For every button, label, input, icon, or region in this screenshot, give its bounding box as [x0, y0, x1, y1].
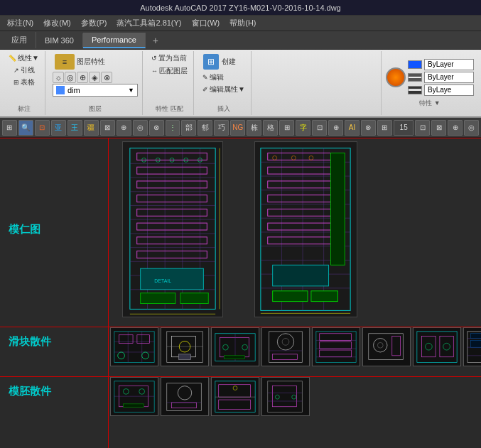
prop-bylayer-2[interactable]: ByLayer: [424, 72, 474, 83]
svg-rect-29: [141, 268, 204, 290]
menu-window[interactable]: 窗口(W): [188, 16, 225, 30]
btn-leader[interactable]: ↗ 引线: [12, 65, 36, 76]
sec-btn-22[interactable]: AI: [345, 120, 360, 136]
sec-btn-3[interactable]: ⊡: [35, 120, 50, 136]
thumb-row-mopei: [110, 377, 310, 416]
layer-dropdown[interactable]: dim ▼: [53, 84, 138, 97]
insert-label: 插入: [217, 103, 230, 114]
sec-btn-12[interactable]: 部: [181, 120, 196, 136]
sec-btn-18[interactable]: ⊞: [279, 120, 294, 136]
sec-btn-27[interactable]: ⊠: [431, 120, 446, 136]
btn-layer-t3[interactable]: ⊕: [77, 72, 88, 83]
layer-props-icon: ≡: [55, 54, 75, 70]
sec-btn-29[interactable]: ◎: [464, 120, 479, 136]
thumb-huakuai-1[interactable]: [110, 327, 158, 366]
sec-btn-19[interactable]: 字: [296, 120, 310, 136]
sec-btn-5[interactable]: 王: [67, 120, 82, 136]
sec-btn-4[interactable]: 亚: [51, 120, 66, 136]
sec-btn-20[interactable]: ⊡: [312, 120, 327, 136]
thumb-mopei-4[interactable]: [261, 377, 310, 416]
create-icon: ⊞: [203, 54, 219, 70]
layer-color: [56, 86, 65, 94]
svg-rect-118: [471, 334, 481, 339]
ribbon-group-match: ↺ 置为当前 ↔ 匹配图层 特性 匹配: [146, 51, 194, 115]
btn-edit[interactable]: ✎ 编辑: [201, 72, 225, 83]
sec-btn-23[interactable]: ⊗: [361, 120, 376, 136]
thumb-huakuai-5[interactable]: [312, 327, 360, 366]
sec-btn-25[interactable]: 15: [394, 120, 414, 136]
svg-rect-31: [141, 293, 175, 304]
title-bar: Autodesk AutoCAD 2017 ZY16-M021-V0-2016-…: [0, 0, 481, 16]
lineweight-swatch: [408, 86, 422, 94]
btn-layer-t4[interactable]: ◈: [89, 72, 100, 83]
btn-layer-t2[interactable]: ◎: [65, 72, 76, 83]
insert-buttons: ⊞ 创建 ✎ 编辑 ✐ 编辑属性▼: [201, 53, 247, 103]
props-label: 特性 ▼: [386, 99, 474, 108]
tab-add-icon[interactable]: +: [148, 33, 163, 48]
sec-btn-11[interactable]: ⋮: [166, 120, 180, 136]
menu-xiugai[interactable]: 修改(M): [39, 16, 75, 30]
sec-btn-2[interactable]: 🔍: [18, 120, 33, 136]
thumb-row-huakuai: [110, 327, 481, 366]
btn-match-layer[interactable]: ↔ 匹配图层: [150, 65, 189, 77]
layer-tools-row: ☼ ◎ ⊕ ◈ ⊗: [53, 72, 112, 83]
sec-btn-24[interactable]: ⊞: [377, 120, 392, 136]
menu-help[interactable]: 帮助(H): [225, 16, 260, 30]
match-row2: ↔ 匹配图层: [150, 65, 189, 77]
sec-btn-26[interactable]: ⊡: [415, 120, 430, 136]
thumb-huakuai-3[interactable]: [211, 327, 259, 366]
bylayer-controls: ByLayer ByLayer: [408, 59, 474, 96]
thumb-huakuai-6[interactable]: [362, 327, 411, 366]
sec-btn-28[interactable]: ⊕: [448, 120, 463, 136]
prop-bylayer-1[interactable]: ByLayer: [424, 59, 474, 70]
sec-btn-16[interactable]: 栋: [247, 120, 261, 136]
menu-bar: 标注(N) 修改(M) 参数(P) 蒸汽工具箱2.81(Y) 窗口(W) 帮助(…: [0, 16, 481, 31]
btn-layer-props[interactable]: ≡ 图层特性: [53, 53, 107, 71]
sec-btn-14[interactable]: 巧: [214, 120, 229, 136]
btn-edit-attr[interactable]: ✐ 编辑属性▼: [201, 84, 247, 95]
btn-linear[interactable]: 📏 线性▼: [7, 53, 40, 64]
color-wheel-icon[interactable]: [386, 67, 406, 87]
layer-label: 图层: [89, 103, 102, 114]
sec-btn-13[interactable]: 郁: [198, 120, 212, 136]
ribbon-spacer: [254, 51, 378, 115]
thumb-mopei-2[interactable]: [161, 377, 209, 416]
sec-btn-7[interactable]: ⊠: [100, 120, 115, 136]
cad-canvas[interactable]: 模仁图: [0, 138, 481, 448]
thumb-huakuai-7[interactable]: [413, 327, 461, 366]
thumb-huakuai-2[interactable]: [161, 327, 209, 366]
sec-btn-1[interactable]: ⊞: [2, 120, 17, 136]
cad-drawing-2[interactable]: [254, 141, 357, 317]
btn-layer-t1[interactable]: ☼: [53, 72, 64, 83]
thumb-mopei-1[interactable]: [110, 377, 158, 416]
btn-layer-t5[interactable]: ⊗: [101, 72, 112, 83]
cad-drawing-1[interactable]: DETAIL: [122, 141, 223, 317]
tab-performance[interactable]: Performance: [83, 33, 146, 48]
btn-create[interactable]: ⊞ 创建: [201, 53, 238, 71]
title-text: Autodesk AutoCAD 2017 ZY16-M021-V0-2016-…: [140, 4, 341, 12]
sec-btn-6[interactable]: 疆: [84, 120, 99, 136]
menu-biaohu[interactable]: 标注(N): [3, 16, 38, 30]
tab-bim360[interactable]: BIM 360: [36, 33, 83, 48]
sec-btn-15[interactable]: NG: [230, 120, 245, 136]
prop-bylayer-3[interactable]: ByLaye: [424, 84, 474, 96]
btn-table[interactable]: ⊞ 表格: [12, 77, 36, 88]
thumb-huakuai-4[interactable]: [261, 327, 310, 366]
thumb-mopei-3[interactable]: [211, 377, 259, 416]
menu-steam[interactable]: 蒸汽工具箱2.81(Y): [112, 16, 185, 30]
match-buttons: ↺ 置为当前 ↔ 匹配图层: [150, 53, 189, 102]
sec-btn-10[interactable]: ⊗: [149, 120, 164, 136]
tab-app[interactable]: 应用: [3, 32, 36, 48]
sec-btn-8[interactable]: ⊕: [117, 120, 131, 136]
sec-btn-21[interactable]: ⊕: [328, 120, 343, 136]
sec-btn-17[interactable]: 格: [263, 120, 278, 136]
annotation-label: 标注: [18, 103, 31, 114]
svg-rect-136: [123, 404, 144, 408]
sec-btn-9[interactable]: ◎: [133, 120, 148, 136]
thumb-huakuai-8[interactable]: [463, 327, 481, 366]
btn-as-current[interactable]: ↺ 置为当前: [150, 53, 188, 64]
main-drawing-area: 模仁图: [0, 138, 481, 448]
menu-canshu[interactable]: 参数(P): [77, 16, 112, 30]
svg-rect-87: [224, 356, 244, 359]
svg-rect-61: [273, 265, 329, 286]
